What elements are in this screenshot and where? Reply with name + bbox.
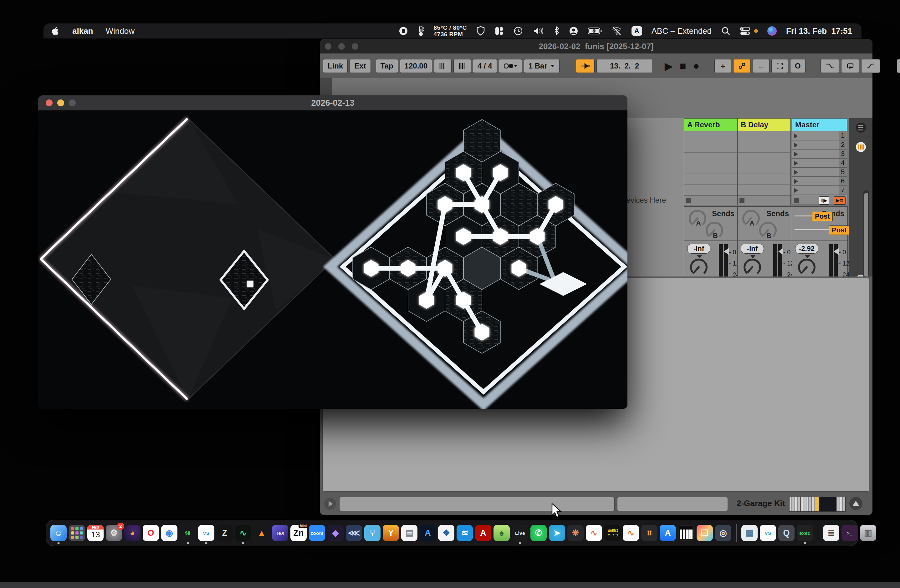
shield-icon[interactable] bbox=[476, 26, 485, 36]
dock-app-store-icon[interactable]: A bbox=[659, 525, 676, 541]
automation-ramp-up-icon[interactable] bbox=[861, 59, 880, 73]
scene-row-5[interactable]: 5 bbox=[792, 168, 847, 177]
dock-obsidian-icon[interactable]: ◆ bbox=[327, 525, 344, 541]
nudge-down-button[interactable] bbox=[434, 59, 452, 73]
device-chain-thumbnail[interactable] bbox=[789, 497, 846, 512]
dock-telegram-icon[interactable]: ➤ bbox=[549, 525, 565, 541]
dock-virtualbox-icon[interactable]: ❖ bbox=[438, 525, 455, 541]
status-info-bar-left[interactable] bbox=[339, 497, 614, 511]
scene-row-6[interactable]: 6 bbox=[792, 177, 847, 186]
volume-value[interactable]: -Inf bbox=[741, 244, 764, 254]
scene-row-3[interactable]: 3 bbox=[792, 150, 847, 159]
show-detail-view-button[interactable] bbox=[849, 497, 863, 510]
knob[interactable] bbox=[689, 257, 709, 277]
tempo-field[interactable]: 120.00 bbox=[400, 59, 432, 73]
temperature-readout[interactable]: 85°C / 80°C 4736 RPM bbox=[434, 25, 467, 37]
return-clip-slot[interactable] bbox=[684, 153, 737, 163]
session-record-button[interactable] bbox=[733, 59, 751, 73]
dock-firefox-icon[interactable]: ◕ bbox=[124, 525, 141, 541]
stop-all-clips-icon[interactable] bbox=[794, 198, 799, 203]
dock-davinci-resolve-icon[interactable]: ❋ bbox=[567, 525, 583, 541]
return-clip-slot[interactable] bbox=[737, 174, 791, 184]
dock-vlc-icon[interactable]: ▲ bbox=[253, 525, 270, 541]
arrangement-position-field[interactable]: 13. 2. 2 bbox=[596, 59, 653, 73]
dock-launchpad-icon[interactable] bbox=[69, 525, 85, 541]
volume-value[interactable]: -Inf bbox=[687, 244, 711, 254]
dock-audacity-icon[interactable]: ∿ bbox=[586, 525, 602, 541]
return-clip-slot[interactable] bbox=[684, 163, 737, 174]
dock-vscode-2-icon[interactable]: VS bbox=[760, 525, 776, 541]
bluetooth-icon[interactable] bbox=[553, 26, 560, 36]
visualizer-titlebar[interactable]: 2026-02-13 bbox=[38, 95, 627, 111]
play-button[interactable]: ▶ bbox=[662, 60, 675, 72]
dock-terminal-icon[interactable]: $▮ bbox=[180, 525, 196, 541]
dock-zoom-icon[interactable]: zoom bbox=[309, 525, 325, 541]
scene-launch-mode-button[interactable]: ▶≣ bbox=[834, 197, 846, 204]
return-track-header[interactable]: A Reverb bbox=[684, 118, 737, 132]
return-clip-slot[interactable] bbox=[684, 142, 737, 153]
record-button[interactable]: ● bbox=[691, 60, 702, 72]
stop-all-icon[interactable] bbox=[686, 198, 691, 203]
nudge-up-button[interactable] bbox=[453, 59, 471, 73]
dock-whatsapp-icon[interactable]: ✆ bbox=[531, 525, 547, 541]
follow-action-button[interactable]: ‖▶ bbox=[819, 197, 829, 204]
punch-button[interactable] bbox=[771, 59, 788, 73]
mixer-toggle-io-meter[interactable] bbox=[856, 142, 866, 152]
session-scrollbar-thumb[interactable] bbox=[864, 193, 868, 277]
stop-button[interactable]: ■ bbox=[677, 60, 689, 72]
dock-dev-tools-icon[interactable]: A bbox=[420, 525, 436, 541]
scene-launch-icon[interactable] bbox=[794, 188, 798, 193]
dock-obs-icon[interactable]: ◎ bbox=[715, 525, 731, 541]
back-to-arrangement-button[interactable]: ← bbox=[753, 59, 770, 73]
scene-launch-icon[interactable] bbox=[794, 142, 798, 148]
apple-menu-icon[interactable] bbox=[52, 26, 60, 36]
draw-mode-button[interactable] bbox=[897, 59, 900, 73]
return-clip-slot[interactable] bbox=[684, 132, 737, 142]
scene-row-7[interactable]: 7 bbox=[792, 186, 847, 195]
dock-system-settings-icon[interactable]: ⚙2 bbox=[106, 525, 122, 541]
dock-exec-terminal-icon[interactable]: exec bbox=[797, 525, 813, 541]
post-toggle-a[interactable]: Post bbox=[812, 212, 833, 221]
dock-drum-pad-app-icon[interactable]: ⌗ bbox=[641, 525, 658, 541]
dock-scope-app-icon[interactable]: ∿ bbox=[235, 525, 251, 541]
input-source-name[interactable]: ABC – Extended bbox=[652, 26, 712, 36]
master-stop-row[interactable]: ‖▶▶≣ bbox=[792, 195, 847, 205]
dock-finder-icon[interactable]: ☺ bbox=[50, 525, 67, 541]
dock-tiki-app-icon[interactable]: Y bbox=[383, 525, 399, 541]
return-clip-slot[interactable] bbox=[684, 174, 737, 184]
return-clip-slot[interactable] bbox=[737, 184, 791, 195]
dock-midi-keyboard-icon[interactable] bbox=[678, 525, 694, 541]
dock-quicktime-icon[interactable]: Q bbox=[778, 525, 794, 541]
volume-slider-handle[interactable] bbox=[834, 248, 839, 255]
return-track-header[interactable]: B Delay bbox=[737, 118, 791, 132]
dock-calendar-icon[interactable]: FEB13 bbox=[87, 525, 104, 541]
dock-zettel-app-icon[interactable]: Z bbox=[217, 525, 233, 541]
dock-calibre-icon[interactable]: ⋘ bbox=[346, 525, 362, 541]
volume-slider-handle[interactable] bbox=[724, 248, 729, 255]
session-scrollbar[interactable] bbox=[863, 190, 869, 277]
volume-slider-handle[interactable] bbox=[778, 248, 783, 255]
return-clip-slot[interactable] bbox=[737, 153, 791, 163]
siri-icon[interactable] bbox=[767, 26, 777, 36]
visualizer-canvas[interactable] bbox=[38, 110, 627, 409]
automation-ramp-down-icon[interactable] bbox=[821, 59, 839, 73]
loop-button[interactable]: O bbox=[790, 59, 805, 73]
scene-row-4[interactable]: 4 bbox=[792, 159, 847, 168]
status-play-icon[interactable] bbox=[324, 498, 336, 510]
master-track-header[interactable]: Master bbox=[792, 118, 847, 132]
dock-vscode-icon[interactable]: VS bbox=[198, 525, 214, 541]
knob[interactable] bbox=[797, 257, 816, 277]
dock-color-pages-icon[interactable]: ❏ bbox=[697, 525, 713, 541]
volume-value[interactable]: -2.92 bbox=[795, 244, 818, 254]
post-toggle-b[interactable]: Post bbox=[829, 226, 850, 235]
thermometer-icon[interactable] bbox=[417, 25, 424, 37]
time-machine-icon[interactable] bbox=[513, 26, 523, 36]
ableton-titlebar[interactable]: 2026-02-02_funis [2025-12-07] bbox=[320, 39, 872, 54]
battery-icon[interactable] bbox=[588, 27, 602, 35]
return-stop-row[interactable] bbox=[684, 195, 737, 205]
groove-amount-menu[interactable] bbox=[499, 59, 522, 73]
dock-docker-icon[interactable]: ≋ bbox=[456, 525, 473, 541]
overdub-button[interactable]: ＋ bbox=[714, 59, 731, 73]
mixer-toggle-menu[interactable] bbox=[856, 122, 866, 133]
dock-ableton-live-icon[interactable]: Live bbox=[512, 525, 528, 541]
